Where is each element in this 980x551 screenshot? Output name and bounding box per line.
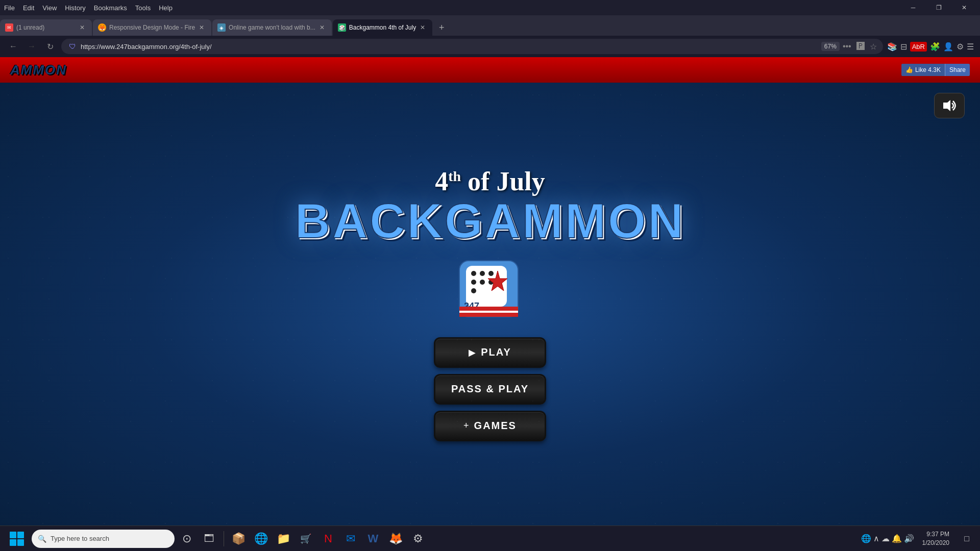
tray-icons: 🌐 ∧ ☁ 🔔 🔊 [861,534,914,543]
tab-close-mail[interactable]: ✕ [78,23,87,32]
clock-time: 9:37 PM [922,530,949,539]
tab-backgammon[interactable]: 🎲 Backgammon 4th of July ✕ [333,19,432,36]
sound-button[interactable] [934,93,965,118]
games-button-label: GAMES [474,420,517,432]
menu-tools[interactable]: Tools [135,4,151,12]
account-icon[interactable]: 👤 [943,42,953,52]
firefox-icon[interactable]: 🦊 [385,529,406,549]
tab-mail[interactable]: ✉ (1 unread) ✕ [0,19,92,36]
tab-favicon-online: ◈ [217,23,226,32]
netflix-icon[interactable]: N [318,529,338,549]
plus-icon: + [463,420,469,431]
url-toolbar-icons: ••• 🅿 ☆ [843,42,877,52]
svg-rect-14 [459,313,518,317]
back-button[interactable]: ← [6,39,20,54]
task-view-icon[interactable]: 🗔 [199,529,219,549]
like-count: Like 4.3K [915,66,941,73]
amazon-icon[interactable]: 🛒 [296,529,316,549]
games-button[interactable]: + GAMES [434,411,546,441]
store-icon[interactable]: 📦 [228,529,249,549]
game-area: 4th of July BACKGAMMON 247 [0,83,980,525]
menu-bookmarks[interactable]: Bookmarks [94,4,127,12]
svg-marker-0 [943,100,950,111]
game-main-title: BACKGAMMON [295,196,685,245]
facebook-share-button[interactable]: Share [945,64,970,76]
tab-close-online[interactable]: ✕ [317,23,327,32]
library-icon[interactable]: 📚 [887,42,897,52]
tab-title-backgammon: Backgammon 4th of July [349,24,416,31]
site-logo: AMMON [10,62,67,78]
menu-view[interactable]: View [42,4,57,12]
url-text: https://www.247backgammon.org/4th-of-jul… [81,43,818,51]
svg-point-9 [471,288,476,293]
pass-and-play-button[interactable]: PASS & PLAY [434,374,546,405]
tab-title-responsive: Responsive Design Mode - Fire [109,24,195,31]
security-shield-icon: 🛡 [67,41,78,52]
menu-help[interactable]: Help [159,4,173,12]
tab-title-mail: (1 unread) [16,24,76,31]
taskbar-divider-1 [224,531,224,546]
tab-favicon-mail: ✉ [5,23,13,32]
sidebar-icon[interactable]: ⊟ [900,42,907,52]
tab-close-responsive[interactable]: ✕ [197,23,206,32]
maximize-button[interactable]: ❐ [927,0,950,15]
taskbar-search[interactable]: 🔍 Type here to search [32,530,175,548]
facebook-like-button[interactable]: 👍 Like 4.3K [901,64,945,76]
play-icon: ▶ [469,347,476,358]
game-title-container: 4th of July BACKGAMMON [295,167,685,245]
menu-edit[interactable]: Edit [23,4,34,12]
menu-file[interactable]: File [4,4,15,12]
tab-favicon-backgammon: 🎲 [338,23,346,32]
abr-icon[interactable]: AbR [910,42,927,52]
right-toolbar: 📚 ⊟ AbR 🧩 👤 ⚙ ☰ [887,42,974,52]
pass-and-play-label: PASS & PLAY [451,383,529,395]
tab-online-game[interactable]: ◈ Online game won't load with b... ✕ [212,19,332,36]
facebook-widget[interactable]: 👍 Like 4.3K Share [901,64,970,76]
action-center-button[interactable]: □ [958,530,976,548]
clock-date: 1/20/2020 [922,539,949,547]
more-options-icon[interactable]: ••• [843,42,851,51]
play-button-label: PLAY [481,346,511,358]
reload-button[interactable]: ↻ [43,39,57,54]
search-icon: 🔍 [38,535,46,543]
tab-favicon-responsive: 🦊 [98,23,106,32]
app-icon-9[interactable]: ⚙ [408,529,428,549]
game-buttons: ▶ PLAY PASS & PLAY + GAMES [434,337,546,441]
word-icon[interactable]: W [363,529,383,549]
mail-icon[interactable]: ✉ [340,529,361,549]
minimize-button[interactable]: ─ [901,0,925,15]
pocket-icon[interactable]: 🅿 [856,42,865,51]
show-hidden-icon[interactable]: ∧ [873,534,879,543]
game-subtitle: 4th of July [295,167,685,196]
sync-icon[interactable]: ⚙ [957,42,964,52]
tab-responsive[interactable]: 🦊 Responsive Design Mode - Fire ✕ [93,19,211,36]
folder-icon[interactable]: 📁 [273,529,293,549]
close-button[interactable]: ✕ [952,0,976,15]
network-icon[interactable]: 🌐 [861,534,871,543]
forward-button[interactable]: → [24,39,39,54]
zoom-level: 67% [821,42,840,51]
thumbs-up-icon: 👍 [905,66,913,73]
system-clock[interactable]: 9:37 PM 1/20/2020 [918,530,953,547]
start-button[interactable] [4,529,30,549]
menu-history[interactable]: History [65,4,85,12]
hamburger-menu-icon[interactable]: ☰ [967,42,974,52]
new-tab-button[interactable]: + [433,19,450,36]
edge-icon[interactable]: 🌐 [251,529,271,549]
cortana-icon[interactable]: ⊙ [177,529,197,549]
notifications-icon[interactable]: 🔔 [892,534,902,543]
volume-icon[interactable]: 🔊 [904,534,914,543]
svg-point-4 [480,271,485,276]
onedrive-icon[interactable]: ☁ [881,534,890,543]
play-button[interactable]: ▶ PLAY [434,337,546,368]
extensions-icon[interactable]: 🧩 [930,42,940,52]
svg-point-7 [480,280,485,285]
bookmark-icon[interactable]: ☆ [870,42,877,52]
address-bar: ← → ↻ 🛡 https://www.247backgammon.org/4t… [0,36,980,57]
url-bar[interactable]: 🛡 https://www.247backgammon.org/4th-of-j… [61,39,883,54]
tab-close-backgammon[interactable]: ✕ [418,23,427,32]
system-tray: 🌐 ∧ ☁ 🔔 🔊 9:37 PM 1/20/2020 □ [861,530,976,548]
windows-logo-icon [10,532,24,546]
site-header: AMMON 👍 Like 4.3K Share [0,57,980,83]
search-placeholder: Type here to search [51,535,109,542]
